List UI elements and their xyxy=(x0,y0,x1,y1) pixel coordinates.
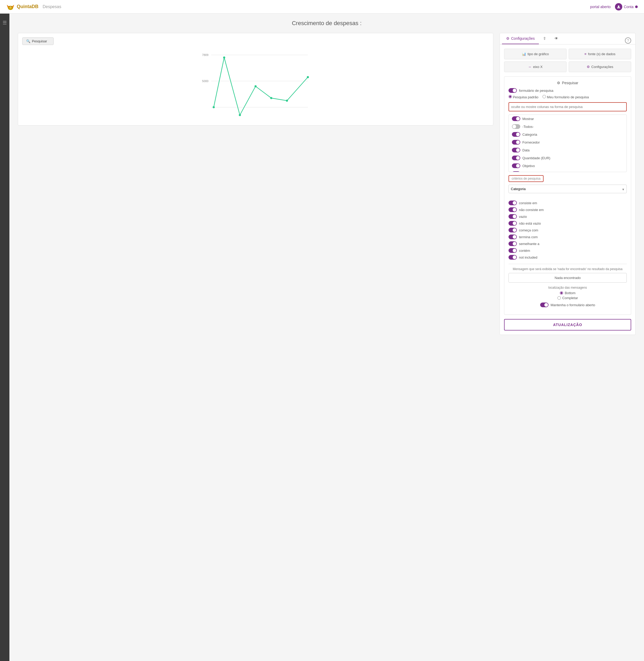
account-area[interactable]: Conta xyxy=(615,3,638,10)
tab-share[interactable]: ⇧ xyxy=(539,33,550,44)
toggle-nao-vazio[interactable] xyxy=(508,221,517,226)
search-section: ⚙ Pesquisar formulário de pesquisa Pesqu… xyxy=(504,76,631,315)
logo-text: QuintaDB xyxy=(17,4,39,9)
chart-icon: 📊 xyxy=(522,52,526,56)
chart-container: 🔍 Pesquisar 7809 5000 xyxy=(18,33,493,125)
svg-point-12 xyxy=(213,106,215,108)
config-buttons-row: 📊 tipo de gráfico ≡ fonte (s) de dados ↔… xyxy=(500,44,635,76)
keep-open-toggle[interactable] xyxy=(540,303,549,307)
logo-icon xyxy=(6,3,15,11)
datasource-icon: ≡ xyxy=(584,52,586,56)
col-categoria[interactable]: Categoria xyxy=(509,131,626,138)
not-found-input[interactable] xyxy=(508,273,627,283)
svg-point-15 xyxy=(254,85,257,87)
svg-point-3 xyxy=(9,6,12,9)
radio-custom[interactable]: Meu formulário de pesquisa xyxy=(543,95,589,99)
page-title: Despesas xyxy=(43,4,61,9)
column-list: Mostrar -Todos- Categoria Fornecedor xyxy=(508,115,627,172)
svg-point-17 xyxy=(286,100,288,102)
toggle-todos[interactable] xyxy=(512,124,520,129)
toggle-vazio[interactable] xyxy=(508,214,517,219)
col-pago[interactable]: Pago Através xyxy=(509,170,626,172)
svg-point-4 xyxy=(9,6,10,7)
toggle-objetivo[interactable] xyxy=(512,163,520,168)
radio-default[interactable]: Pesquisa padrão xyxy=(508,95,538,99)
col-mostrar[interactable]: Mostrar xyxy=(509,115,626,123)
toggle-pago[interactable] xyxy=(512,171,520,172)
col-objetivo[interactable]: Objetivo xyxy=(509,162,626,170)
col-data[interactable]: Data xyxy=(509,146,626,154)
page-heading: Crescimento de despesas : xyxy=(18,20,636,27)
top-navigation: QuintaDB Despesas portal aberto Conta xyxy=(0,0,644,14)
chart-type-button[interactable]: 📊 tipo de gráfico xyxy=(504,49,567,60)
settings-button[interactable]: ⚙ Configurações xyxy=(569,62,631,72)
account-icon xyxy=(615,3,622,10)
radio-row: Pesquisa padrão Meu formulário de pesqui… xyxy=(508,95,627,99)
nav-left: QuintaDB Despesas xyxy=(6,3,61,11)
form-toggle[interactable] xyxy=(508,88,517,93)
svg-point-16 xyxy=(270,97,272,99)
criteria-contem: contém xyxy=(508,247,627,254)
eye-icon: 👁 xyxy=(555,36,558,41)
svg-point-13 xyxy=(223,56,225,58)
location-label: localização das mensagens xyxy=(508,286,627,289)
location-bottom[interactable]: Bottom xyxy=(560,291,575,295)
col-todos[interactable]: -Todos- xyxy=(509,123,626,131)
criteria-semelhante: semelhante a xyxy=(508,240,627,247)
nav-right: portal aberto Conta xyxy=(590,3,638,10)
toggle-consiste[interactable] xyxy=(508,200,517,205)
keep-open-row: Mantenha o formulário aberto xyxy=(508,303,627,307)
toggle-not-included[interactable] xyxy=(508,255,517,260)
column-search-input[interactable] xyxy=(508,102,627,111)
toggle-quantidade[interactable] xyxy=(512,156,520,160)
svg-point-18 xyxy=(307,76,309,78)
criteria-consiste: consiste em xyxy=(508,199,627,206)
location-complete[interactable]: Completar xyxy=(557,296,578,300)
settings-dot xyxy=(635,5,638,8)
toggle-data[interactable] xyxy=(512,148,520,152)
data-source-button[interactable]: ≡ fonte (s) de dados xyxy=(569,49,631,60)
toggle-termina[interactable] xyxy=(508,235,517,239)
axis-icon: ↔ xyxy=(528,65,531,69)
location-options: Bottom Completar xyxy=(508,291,627,300)
chart-svg: 7809 5000 xyxy=(22,47,489,120)
svg-point-14 xyxy=(239,114,241,116)
criteria-nao-consiste: não consiste em xyxy=(508,206,627,213)
criteria-termina: termina com xyxy=(508,234,627,240)
config-tabs: ⚙ Configurações ⇧ 👁 xyxy=(500,33,635,44)
share-icon: ⇧ xyxy=(543,36,546,41)
criteria-label: critérios de pesquisa xyxy=(508,175,544,182)
criteria-nao-vazio: não está vazio xyxy=(508,220,627,227)
toggle-nao-consiste[interactable] xyxy=(508,207,517,212)
divider xyxy=(508,264,627,264)
help-icon[interactable]: ? xyxy=(625,38,631,44)
portal-link[interactable]: portal aberto xyxy=(590,5,611,9)
sidebar-menu-icon[interactable]: ☰ xyxy=(1,18,9,28)
form-toggle-row: formulário de pesquisa xyxy=(508,88,627,93)
tab-configuracoes[interactable]: ⚙ Configurações xyxy=(502,33,539,44)
category-select[interactable]: Categoria Fornecedor Data Status xyxy=(508,185,627,193)
toggle-fornecedor[interactable] xyxy=(512,140,520,145)
search-section-icon: ⚙ xyxy=(557,81,560,85)
toggle-categoria[interactable] xyxy=(512,132,520,137)
svg-text:7809: 7809 xyxy=(202,53,208,56)
update-button[interactable]: ATUALIZAÇÃO xyxy=(504,319,631,331)
main-content: Crescimento de despesas : 🔍 Pesquisar 78… xyxy=(9,14,644,661)
toggle-comeca[interactable] xyxy=(508,228,517,232)
toggle-semelhante[interactable] xyxy=(508,241,517,246)
col-quantidade[interactable]: Quantidade (EUR) xyxy=(509,154,626,162)
gear-icon: ⚙ xyxy=(506,36,509,41)
toggle-mostrar[interactable] xyxy=(512,116,520,121)
search-button[interactable]: 🔍 Pesquisar xyxy=(22,38,54,45)
toggle-contem[interactable] xyxy=(508,248,517,253)
col-fornecedor[interactable]: Fornecedor xyxy=(509,138,626,146)
config-panel: ? ⚙ Configurações ⇧ 👁 📊 tipo de xyxy=(500,33,636,335)
search-icon: 🔍 xyxy=(26,39,30,43)
criteria-not-included: not included xyxy=(508,254,627,261)
criteria-vazio: vazio xyxy=(508,213,627,220)
logo-area: QuintaDB xyxy=(6,3,39,11)
tab-view[interactable]: 👁 xyxy=(550,33,562,44)
sidebar: ☰ xyxy=(0,14,9,661)
settings-icon: ⚙ xyxy=(587,65,590,69)
x-axis-button[interactable]: ↔ eixo X xyxy=(504,62,567,72)
